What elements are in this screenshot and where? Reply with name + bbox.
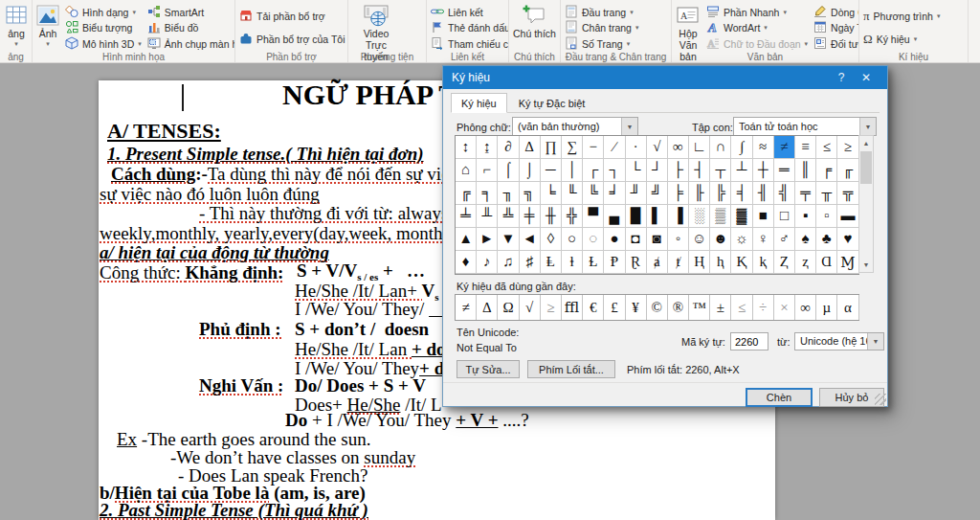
- symbol-cell[interactable]: ≡: [795, 136, 816, 159]
- symbol-cell[interactable]: ●: [604, 228, 625, 251]
- recent-symbol-cell[interactable]: √: [520, 295, 541, 320]
- recent-symbol-cell[interactable]: ≠: [456, 295, 477, 320]
- datetime-button[interactable]: Ngày Tháng & Giờ: [811, 20, 859, 35]
- symbol-cell[interactable]: ♯: [520, 251, 541, 274]
- symbol-cell[interactable]: ⱡ: [562, 251, 583, 274]
- screenshot-button[interactable]: Ảnh chụp màn hình▾: [145, 36, 235, 52]
- symbol-cell[interactable]: Ⱬ: [774, 251, 795, 274]
- symbol-cell[interactable]: ▲: [456, 228, 477, 251]
- insert-button[interactable]: Chèn: [746, 388, 813, 407]
- recent-symbol-cell[interactable]: α: [837, 295, 858, 320]
- symbol-cell[interactable]: ↕: [456, 136, 477, 159]
- dialog-titlebar[interactable]: Ký hiệu ? ✕: [443, 66, 887, 89]
- symbol-cell[interactable]: Ⱨ: [689, 251, 710, 274]
- recent-symbol-cell[interactable]: ﬄ: [562, 295, 583, 320]
- symbol-cell[interactable]: ┴: [731, 159, 752, 182]
- symbol-cell[interactable]: ∕: [604, 136, 625, 159]
- charcode-input[interactable]: [730, 332, 768, 350]
- symbol-cell[interactable]: ╔: [456, 182, 477, 205]
- symbol-cell[interactable]: ♥: [837, 228, 858, 251]
- symbol-cell[interactable]: ▄: [604, 205, 625, 228]
- symbol-cell[interactable]: ↨: [477, 136, 498, 159]
- symbol-button[interactable]: ΩKý hiệu▾: [860, 28, 943, 51]
- object-button[interactable]: Đối tượng▾: [811, 36, 859, 52]
- recent-symbol-cell[interactable]: ÷: [753, 295, 774, 320]
- symbol-cell[interactable]: √: [647, 136, 668, 159]
- font-combobox[interactable]: (văn bản thường) ▼: [512, 117, 638, 136]
- recent-symbol-cell[interactable]: ∞: [795, 295, 816, 320]
- recent-symbol-cell[interactable]: Ω: [498, 295, 519, 320]
- crossref-button[interactable]: Tham chiếu chéo: [428, 36, 509, 52]
- help-button[interactable]: ?: [829, 71, 854, 84]
- table-button[interactable]: ảng▾: [1, 2, 32, 50]
- symbol-cell[interactable]: ∙: [626, 136, 647, 159]
- symbol-cell[interactable]: ⌠: [498, 159, 519, 182]
- scroll-up-icon[interactable]: ▲: [859, 136, 873, 150]
- chevron-down-icon[interactable]: ▼: [867, 333, 883, 350]
- symbol-cell[interactable]: ╚: [583, 182, 604, 205]
- symbol-cell[interactable]: ⌡: [520, 159, 541, 182]
- symbol-cell[interactable]: ╝: [647, 182, 668, 205]
- symbol-cell[interactable]: ▪: [795, 205, 816, 228]
- symbol-cell[interactable]: ☺: [689, 228, 710, 251]
- shortcut-key-button[interactable]: Phím Lối tắt...: [527, 360, 615, 378]
- symbol-cell[interactable]: ⌐: [477, 159, 498, 182]
- recent-symbol-cell[interactable]: Δ: [477, 295, 498, 320]
- my-addins-button[interactable]: Phần bổ trợ của Tôi▾: [236, 28, 348, 51]
- symbol-cell[interactable]: ╫: [541, 205, 562, 228]
- symbol-cell[interactable]: ▐: [668, 205, 689, 228]
- symbol-cell[interactable]: □: [774, 205, 795, 228]
- symbol-cell[interactable]: │: [562, 159, 583, 182]
- recent-symbol-cell[interactable]: ×: [774, 295, 795, 320]
- symbol-cell[interactable]: ─: [541, 159, 562, 182]
- page-number-button[interactable]: Số Trang▾: [562, 36, 641, 52]
- recent-symbol-cell[interactable]: µ: [816, 295, 837, 320]
- symbol-cell[interactable]: ∟: [689, 136, 710, 159]
- symbol-cell[interactable]: ⱦ: [668, 251, 689, 274]
- store-button[interactable]: Tải phần bổ trợ: [236, 5, 348, 28]
- symbol-cell[interactable]: ╘: [541, 182, 562, 205]
- symbol-cell[interactable]: ├: [668, 159, 689, 182]
- symbol-cell[interactable]: ╞: [668, 182, 689, 205]
- symbol-cell[interactable]: ▼: [498, 228, 519, 251]
- link-button[interactable]: Liên kết: [428, 5, 509, 20]
- symbol-cell[interactable]: ◄: [520, 228, 541, 251]
- symbol-cell[interactable]: ♂: [774, 228, 795, 251]
- symbol-cell[interactable]: Ᵽ: [604, 251, 625, 274]
- from-combobox[interactable]: Unicode (hệ 16) ▼: [794, 332, 884, 350]
- symbol-cell[interactable]: ╢: [753, 182, 774, 205]
- symbol-cell[interactable]: ♪: [477, 251, 498, 274]
- symbol-cell[interactable]: █: [626, 205, 647, 228]
- symbol-cell[interactable]: ∂: [498, 136, 519, 159]
- symbol-cell[interactable]: ╩: [498, 205, 519, 228]
- scroll-down-icon[interactable]: ▼: [859, 258, 873, 272]
- symbol-cell[interactable]: ►: [477, 228, 498, 251]
- symbol-cell[interactable]: ▌: [647, 205, 668, 228]
- wordart-button[interactable]: AWordArt▾: [703, 20, 811, 35]
- symbol-cell[interactable]: ∏: [541, 136, 562, 159]
- symbol-cell[interactable]: ♣: [816, 228, 837, 251]
- symbol-cell[interactable]: ▒: [710, 205, 731, 228]
- symbol-cell[interactable]: ╧: [456, 205, 477, 228]
- quick-parts-button[interactable]: Phần Nhanh▾: [703, 5, 811, 20]
- symbol-cell[interactable]: ♦: [456, 251, 477, 274]
- chevron-down-icon[interactable]: ▼: [621, 118, 637, 135]
- symbol-cell[interactable]: ╣: [774, 182, 795, 205]
- symbol-cell[interactable]: ▓: [731, 205, 752, 228]
- symbol-cell[interactable]: ◌: [583, 228, 604, 251]
- symbol-cell[interactable]: ╖: [498, 182, 519, 205]
- header-button[interactable]: Đầu trang▾: [562, 5, 641, 20]
- smartart-button[interactable]: SmartArt: [145, 5, 235, 20]
- symbol-cell[interactable]: Δ: [520, 136, 541, 159]
- signature-button[interactable]: Dòng Chữ ký▾: [811, 5, 859, 20]
- symbol-cell[interactable]: ┼: [753, 159, 774, 182]
- symbol-cell[interactable]: ┐: [604, 159, 625, 182]
- symbol-cell[interactable]: ⌂: [456, 159, 477, 182]
- picture-button[interactable]: Ảnh▾: [33, 2, 62, 50]
- symbol-cell[interactable]: ☻: [710, 228, 731, 251]
- shapes-button[interactable]: Hình dạng▾: [62, 5, 145, 20]
- symbol-cell[interactable]: ∩: [710, 136, 731, 159]
- symbol-cell-selected[interactable]: ≠: [774, 136, 795, 159]
- symbol-cell[interactable]: ╦: [837, 182, 858, 205]
- symbol-cell[interactable]: ═: [774, 159, 795, 182]
